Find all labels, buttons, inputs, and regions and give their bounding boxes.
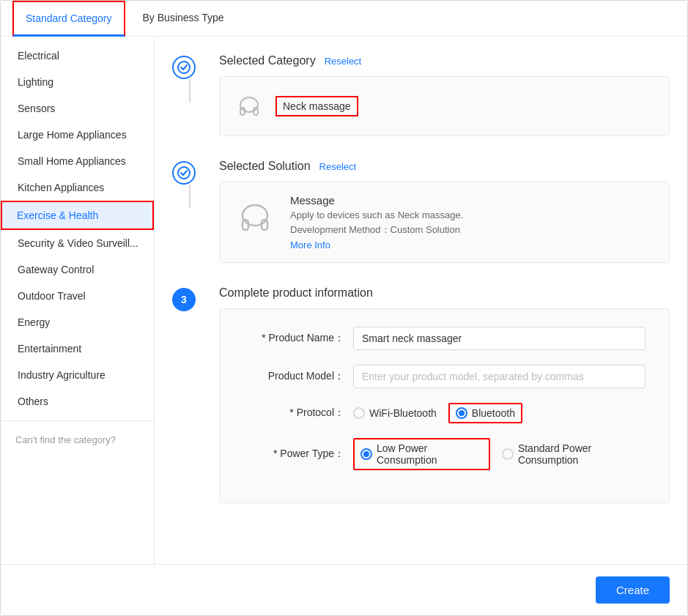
step2-solution-card: Message Apply to devices such as Neck ma… — [219, 182, 670, 263]
product-model-label: Product Model： — [243, 370, 353, 383]
protocol-bluetooth-radio[interactable] — [456, 407, 467, 419]
svg-point-4 — [178, 167, 190, 179]
sidebar-item-entertainment[interactable]: Entertainment — [1, 335, 154, 362]
step2-header: Selected Solution Reselect — [219, 160, 670, 173]
step3-body: Complete product information * Product N… — [219, 286, 670, 521]
svg-point-0 — [178, 62, 190, 73]
solution-desc1: Apply to devices such as Neck massage. — [290, 209, 463, 220]
step1-left — [172, 54, 207, 103]
solution-info: Message Apply to devices such as Neck ma… — [290, 194, 463, 251]
step2-check-icon — [172, 161, 196, 185]
step1-reselect-button[interactable]: Reselect — [325, 56, 362, 67]
sidebar-item-large-home[interactable]: Large Home Appliances — [1, 122, 154, 148]
tab-standard-category[interactable]: Standard Category — [12, 1, 125, 37]
category-name: Neck massage — [275, 96, 358, 116]
steps-wrapper: Selected Category Reselect — [172, 54, 670, 521]
product-form-card: * Product Name： Product Model： — [219, 308, 670, 503]
product-model-input[interactable] — [353, 365, 646, 388]
sidebar-item-energy[interactable]: Energy — [1, 309, 154, 335]
protocol-radio-group: WiFi-Bluetooth Bluetooth — [353, 403, 522, 423]
power-low-option[interactable]: Low Power Consumption — [353, 438, 490, 470]
step3-row: 3 Complete product information * Product… — [172, 286, 670, 521]
more-info-link[interactable]: More Info — [290, 240, 463, 251]
protocol-row: * Protocol： WiFi-Bluetooth — [243, 403, 646, 423]
tab-by-business-type[interactable]: By Business Type — [131, 1, 236, 35]
step2-left — [172, 160, 207, 208]
power-low-radio[interactable] — [360, 448, 372, 460]
tabs-bar: Standard Category By Business Type — [1, 1, 687, 37]
sidebar-item-electrical[interactable]: Electrical — [1, 42, 154, 69]
step2-body: Selected Solution Reselect — [219, 160, 670, 286]
sidebar-item-lighting[interactable]: Lighting — [1, 69, 154, 95]
step1-body: Selected Category Reselect — [219, 54, 670, 160]
solution-title: Message — [290, 194, 463, 207]
step3-title: Complete product information — [219, 286, 373, 300]
product-name-row: * Product Name： — [243, 327, 646, 350]
protocol-label: * Protocol： — [243, 407, 353, 420]
category-headphone-icon — [232, 89, 267, 124]
sidebar-item-gateway[interactable]: Gateway Control — [1, 256, 154, 283]
sidebar-divider — [1, 420, 154, 421]
step2-connector — [189, 185, 191, 208]
power-standard-radio[interactable] — [502, 448, 514, 460]
sidebar: Electrical Lighting Sensors Large Home A… — [1, 37, 155, 564]
product-name-input[interactable] — [353, 327, 646, 350]
protocol-wifi-bluetooth-option[interactable]: WiFi-Bluetooth — [353, 407, 437, 419]
sidebar-item-security[interactable]: Security & Video Surveill... — [1, 230, 154, 256]
power-type-label: * Power Type： — [243, 448, 353, 461]
step1-row: Selected Category Reselect — [172, 54, 670, 160]
step3-left: 3 — [172, 286, 207, 311]
step1-header: Selected Category Reselect — [219, 54, 670, 67]
step2-reselect-button[interactable]: Reselect — [319, 161, 357, 172]
protocol-bluetooth-option[interactable]: Bluetooth — [448, 403, 522, 423]
footer: Create — [1, 564, 687, 615]
solution-headphone-icon — [232, 194, 278, 241]
main-container: Standard Category By Business Type Elect… — [0, 0, 688, 616]
main-layout: Electrical Lighting Sensors Large Home A… — [1, 37, 687, 564]
power-type-radio-group: Low Power Consumption Standard Power Con… — [353, 438, 646, 470]
create-button[interactable]: Create — [596, 576, 670, 604]
product-model-row: Product Model： — [243, 365, 646, 388]
sidebar-item-kitchen[interactable]: Kitchen Appliances — [1, 174, 154, 201]
svg-point-5 — [243, 205, 267, 226]
sidebar-item-exercise[interactable]: Exercise & Health — [1, 201, 154, 230]
step3-number-icon: 3 — [172, 288, 196, 311]
step3-header: Complete product information — [219, 286, 670, 300]
content-area: Selected Category Reselect — [155, 37, 687, 564]
protocol-wifi-bluetooth-radio[interactable] — [353, 407, 365, 419]
power-standard-option[interactable]: Standard Power Consumption — [502, 442, 646, 466]
step2-row: Selected Solution Reselect — [172, 160, 670, 286]
sidebar-item-outdoor[interactable]: Outdoor Travel — [1, 283, 154, 309]
sidebar-item-small-home[interactable]: Small Home Appliances — [1, 148, 154, 174]
product-name-label: * Product Name： — [243, 332, 353, 345]
step2-title: Selected Solution — [219, 160, 311, 173]
sidebar-item-others[interactable]: Others — [1, 388, 154, 415]
solution-desc2: Development Method：Custom Solution — [290, 223, 463, 237]
step1-check-icon — [172, 56, 196, 79]
sidebar-item-sensors[interactable]: Sensors — [1, 95, 154, 122]
svg-point-1 — [240, 97, 258, 112]
step1-category-card: Neck massage — [219, 76, 670, 136]
power-type-row: * Power Type： Low Power Consumption — [243, 438, 646, 470]
step1-connector — [189, 79, 191, 103]
step1-title: Selected Category — [219, 54, 316, 67]
sidebar-item-industry[interactable]: Industry Agriculture — [1, 362, 154, 388]
sidebar-footer-cant-find[interactable]: Can't find the category? — [1, 427, 154, 453]
